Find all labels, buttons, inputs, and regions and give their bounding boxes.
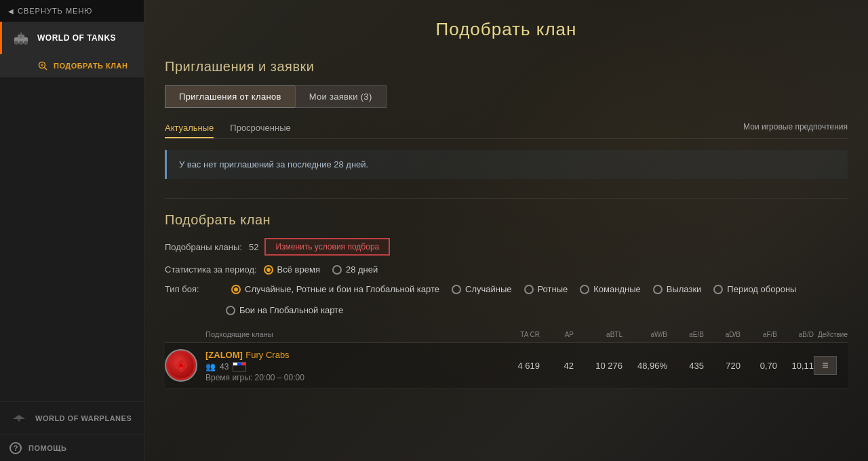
find-clan-section-title: Подобрать клан	[165, 212, 848, 228]
battle-type-row-2: Бои на Глобальной карте	[165, 305, 848, 315]
radio-battle-sortie-label: Вылазки	[667, 284, 702, 294]
th-members-cr: TA CR	[494, 330, 540, 338]
th-abtl: aBTL	[574, 330, 623, 338]
radio-all-time-label: Всё время	[277, 264, 320, 275]
tab-invitations-from-clans[interactable]: Приглашения от кланов	[165, 85, 295, 108]
clan-logo	[165, 349, 197, 382]
radio-battle-team-label: Командные	[593, 284, 641, 294]
radio-battle-random[interactable]: Случайные	[452, 284, 512, 294]
radio-28-days[interactable]: 28 дней	[332, 264, 378, 275]
radio-battle-sortie-circle	[653, 285, 663, 294]
table-row: [ZALOM] Fury Crabs 👥 43 Время игры:	[165, 343, 848, 388]
sidebar-item-world-of-tanks[interactable]: WORLD OF TANKS	[0, 22, 144, 54]
th-ap: AP	[540, 330, 574, 338]
th-adb: aD/B	[704, 330, 741, 338]
cell-action: ≡	[814, 356, 848, 375]
collapse-menu-button[interactable]: ◀ СВЕРНУТЬ МЕНЮ	[0, 0, 144, 22]
radio-battle-all-label: Случайные, Ротные и бои на Глобальной ка…	[245, 284, 439, 294]
radio-battle-fort-circle	[713, 285, 723, 294]
clan-playtime: Время игры: 20:00 – 00:00	[205, 373, 494, 382]
radio-battle-fort-label: Период обороны	[727, 284, 796, 294]
clan-tag: [ZALOM]	[205, 350, 243, 360]
table-header: Подходящие кланы TA CR AP aBTL aW/B aE/B	[165, 326, 848, 343]
radio-battle-company-circle	[524, 285, 534, 294]
th-awb: aW/B	[623, 330, 667, 338]
radio-battle-team[interactable]: Командные	[580, 284, 641, 294]
radio-battle-random-label: Случайные	[465, 284, 512, 294]
sidebar-item-find-clan-label: ПОДОБРАТЬ КЛАН	[54, 62, 127, 70]
svg-line-7	[45, 68, 47, 71]
svg-point-5	[24, 41, 28, 45]
sidebar-item-help[interactable]: ? ПОМОЩЬ	[0, 435, 144, 461]
radio-all-time-circle	[264, 265, 273, 275]
tank-game-icon	[12, 28, 31, 47]
find-clan-icon	[37, 60, 48, 71]
radio-28-days-label: 28 дней	[346, 264, 378, 275]
sidebar-bottom: WORLD OF WARPLANES ? ПОМОЩЬ	[0, 401, 144, 461]
cell-aeb: 435	[667, 361, 704, 371]
radio-battle-all[interactable]: Случайные, Ротные и бои на Глобальной ка…	[231, 284, 439, 294]
radio-28-days-circle	[332, 265, 342, 275]
stats-period-options: Всё время 28 дней	[264, 264, 378, 275]
battle-type-row-1: Тип боя: Случайные, Ротные и бои на Глоб…	[165, 284, 848, 294]
th-clan: Подходящие кланы	[205, 330, 494, 338]
cell-adb: 720	[704, 361, 741, 371]
no-invitations-message: У вас нет приглашений за последние 28 дн…	[165, 150, 848, 179]
sidebar-help-label: ПОМОЩЬ	[28, 444, 66, 452]
svg-rect-2	[20, 33, 22, 38]
help-icon: ?	[9, 442, 22, 454]
game-preferences-link[interactable]: Мои игровые предпочтения	[743, 122, 848, 136]
stats-period-row: Статистика за период: Всё время 28 дней	[165, 264, 848, 275]
battle-type-label: Тип боя:	[165, 284, 219, 294]
sidebar-item-find-clan[interactable]: ПОДОБРАТЬ КЛАН	[0, 54, 144, 77]
sub-tab-expired[interactable]: Просроченные	[230, 119, 290, 138]
sidebar: ◀ СВЕРНУТЬ МЕНЮ WORLD OF TANKS	[0, 0, 144, 461]
clan-tag-name-row: [ZALOM] Fury Crabs	[205, 348, 494, 361]
radio-battle-team-circle	[580, 285, 589, 294]
clan-info: [ZALOM] Fury Crabs 👥 43 Время игры:	[205, 348, 494, 382]
cell-afb: 0,70	[741, 361, 777, 371]
invitation-sub-tabs: Актуальные Просроченные Мои игровые пред…	[165, 119, 848, 139]
section-divider	[165, 198, 848, 199]
page-title: Подобрать клан	[165, 14, 848, 40]
stats-period-label: Статистика за период:	[165, 264, 257, 275]
sidebar-item-warplanes[interactable]: WORLD OF WARPLANES	[0, 402, 144, 435]
collapse-arrow-icon: ◀	[8, 7, 14, 15]
th-abd: aB/D	[777, 330, 814, 338]
clan-meta: 👥 43	[205, 362, 494, 372]
radio-battle-company-label: Ротные	[538, 284, 568, 294]
cell-cr: 4 619	[494, 361, 540, 371]
matched-count-label: Подобраны кланы:	[165, 242, 242, 252]
sub-tab-actual[interactable]: Актуальные	[165, 119, 214, 138]
radio-battle-all-circle	[231, 285, 241, 294]
collapse-label: СВЕРНУТЬ МЕНЮ	[18, 7, 92, 15]
svg-point-3	[14, 41, 18, 45]
clan-name: Fury Crabs	[245, 350, 289, 360]
find-clan-section: Подобрать клан Подобраны кланы: 52 Измен…	[165, 212, 848, 388]
th-afb: aF/B	[741, 330, 777, 338]
radio-battle-global-circle	[226, 306, 235, 315]
radio-battle-company[interactable]: Ротные	[524, 284, 568, 294]
sidebar-nav: WORLD OF TANKS ПОДОБРАТЬ КЛАН	[0, 22, 144, 401]
radio-battle-sortie[interactable]: Вылазки	[653, 284, 702, 294]
cell-abtl: 10 276	[574, 361, 623, 371]
radio-battle-global[interactable]: Бои на Глобальной карте	[226, 305, 343, 315]
svg-point-4	[19, 41, 23, 45]
radio-battle-fort[interactable]: Период обороны	[713, 284, 796, 294]
radio-battle-random-circle	[452, 285, 461, 294]
sidebar-warplanes-label: WORLD OF WARPLANES	[35, 414, 132, 422]
invitation-tabs: Приглашения от кланов Мои заявки (3)	[165, 85, 848, 108]
cell-abd: 10,11	[777, 361, 814, 371]
th-action: Действие	[814, 330, 848, 338]
svg-point-10	[179, 363, 183, 367]
change-criteria-button[interactable]: Изменить условия подбора	[265, 239, 389, 255]
sidebar-item-wot-label: WORLD OF TANKS	[37, 33, 116, 43]
warplanes-game-icon	[9, 409, 28, 428]
cell-ap: 42	[540, 361, 574, 371]
tab-my-applications[interactable]: Мои заявки (3)	[295, 85, 387, 108]
clan-action-button[interactable]: ≡	[814, 356, 837, 375]
members-icon: 👥	[205, 362, 216, 372]
radio-all-time[interactable]: Всё время	[264, 264, 320, 275]
clan-members-count: 43	[220, 362, 229, 372]
clan-emblem-icon	[172, 356, 191, 375]
